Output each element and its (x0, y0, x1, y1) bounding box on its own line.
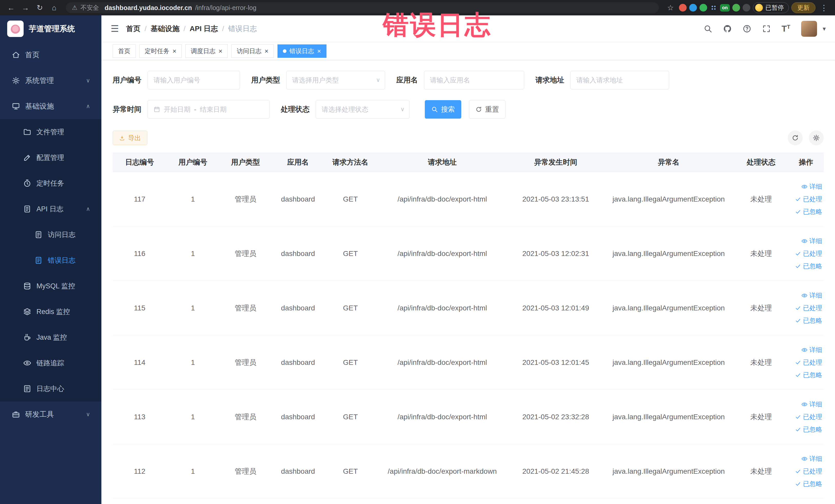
column-header: 异常名 (604, 157, 734, 167)
home-button[interactable]: ⌂ (48, 2, 60, 14)
user-avatar[interactable] (801, 21, 817, 37)
column-settings-button[interactable] (809, 130, 824, 145)
avatar-caret-icon[interactable]: ▾ (823, 25, 826, 32)
breadcrumb-infrastructure[interactable]: 基础设施 (151, 24, 179, 34)
mark-ignored-link[interactable]: 已忽略 (795, 480, 822, 488)
reload-button[interactable]: ↻ (34, 2, 46, 14)
request-url-input-field[interactable] (576, 76, 663, 84)
mark-ignored-link[interactable]: 已忽略 (795, 425, 822, 434)
detail-link[interactable]: 详细 (801, 291, 822, 300)
mark-ignored-link[interactable]: 已忽略 (795, 371, 822, 379)
date-range-picker[interactable]: 开始日期 - 结束日期 (148, 100, 269, 119)
mark-processed-link[interactable]: 已处理 (795, 412, 822, 421)
tab-close-icon[interactable]: × (172, 48, 176, 55)
sidebar-item-link-tracing[interactable]: 链路追踪 (0, 350, 101, 376)
browser-menu-icon[interactable]: ⋮ (818, 2, 830, 14)
tab-close-icon[interactable]: × (317, 48, 321, 55)
update-button[interactable]: 更新 (791, 2, 815, 13)
sidebar-toggle[interactable]: ☰ (110, 23, 119, 34)
column-header: 用户类型 (219, 157, 272, 167)
extensions-grid-icon[interactable] (710, 4, 717, 12)
fullscreen-icon[interactable] (762, 24, 771, 33)
mark-processed-link[interactable]: 已处理 (795, 249, 822, 258)
font-size-icon[interactable]: TT (781, 24, 790, 34)
tab-error-log[interactable]: 错误日志× (278, 44, 326, 58)
help-icon[interactable] (742, 24, 751, 33)
export-button[interactable]: 导出 (113, 131, 147, 145)
detail-link[interactable]: 详细 (801, 400, 822, 408)
request-url-input[interactable] (570, 71, 669, 89)
eye-icon (801, 293, 808, 299)
mark-processed-link[interactable]: 已处理 (795, 304, 822, 312)
detail-link[interactable]: 详细 (801, 346, 822, 354)
breadcrumb-home[interactable]: 首页 (126, 24, 140, 34)
app-name-input[interactable] (424, 71, 524, 89)
sidebar-item-file-management[interactable]: 文件管理 (0, 119, 101, 145)
detail-link[interactable]: 详细 (801, 455, 822, 463)
sidebar-item-infrastructure[interactable]: 基础设施∧ (0, 94, 101, 119)
user-type-select[interactable]: ∨ (286, 71, 385, 89)
extension-icon-5[interactable] (742, 4, 750, 12)
sidebar-item-dev-tools[interactable]: 研发工具∨ (0, 402, 101, 427)
tab-home[interactable]: 首页 (113, 44, 136, 58)
tab-close-icon[interactable]: × (264, 48, 268, 55)
sidebar-item-access-log[interactable]: 访问日志 (0, 222, 101, 247)
user-id-input-field[interactable] (154, 76, 234, 84)
sidebar-item-system-management[interactable]: 系统管理∨ (0, 68, 101, 94)
sidebar-item-config-management[interactable]: 配置管理 (0, 145, 101, 170)
cell-user-id: 1 (167, 195, 219, 203)
sidebar-item-mysql-monitor[interactable]: MySQL 监控 (0, 273, 101, 299)
mark-ignored-link[interactable]: 已忽略 (795, 207, 822, 216)
home-icon (12, 51, 20, 59)
column-header: 日志编号 (113, 157, 167, 167)
cell-exception-time: 2021-05-02 21:45:28 (508, 467, 604, 476)
mark-processed-link[interactable]: 已处理 (795, 195, 822, 203)
mark-ignored-link[interactable]: 已忽略 (795, 262, 822, 270)
mark-processed-link[interactable]: 已处理 (795, 467, 822, 476)
search-icon[interactable] (704, 24, 712, 33)
sidebar-item-log-center[interactable]: 日志中心 (0, 376, 101, 402)
detail-link[interactable]: 详细 (801, 182, 822, 191)
table-row: 1131管理员dashboardGET/api/infra/db-doc/exp… (113, 390, 824, 444)
breadcrumb-api-log[interactable]: API 日志 (190, 24, 218, 34)
sidebar-item-home[interactable]: 首页 (0, 42, 101, 68)
back-button[interactable]: ← (5, 2, 17, 14)
sidebar-item-java-monitor[interactable]: Java 监控 (0, 324, 101, 350)
action-label: 已处理 (803, 304, 822, 312)
sidebar-item-redis-monitor[interactable]: Redis 监控 (0, 299, 101, 324)
reset-button[interactable]: 重置 (469, 100, 505, 119)
user-id-input[interactable] (148, 71, 240, 89)
mark-processed-link[interactable]: 已处理 (795, 358, 822, 367)
extension-icon-1[interactable] (679, 4, 687, 12)
user-type-select-field[interactable] (292, 76, 371, 84)
forward-button[interactable]: → (20, 2, 31, 14)
sidebar-item-scheduled-tasks[interactable]: 定时任务 (0, 170, 101, 196)
bookmark-star-icon[interactable]: ☆ (665, 2, 676, 14)
extension-on-badge[interactable]: on (720, 4, 730, 12)
detail-link[interactable]: 详细 (801, 237, 822, 245)
sidebar-item-error-log[interactable]: 错误日志 (0, 247, 101, 273)
tab-access-log[interactable]: 访问日志× (231, 44, 273, 58)
github-icon[interactable] (723, 24, 732, 33)
sidebar-item-api-log[interactable]: API 日志∧ (0, 196, 101, 222)
cell-user-type: 管理员 (219, 358, 272, 367)
profile-chip[interactable]: 已暂停 (753, 2, 789, 13)
security-warning-icon: ⚠ (72, 4, 78, 11)
process-status-select-field[interactable] (322, 105, 396, 114)
filter-label: 用户编号 (113, 75, 141, 85)
address-bar[interactable]: ⚠ 不安全 dashboard.yudao.iocoder.cn/infra/l… (66, 2, 659, 13)
extension-icon-3[interactable] (699, 4, 707, 12)
tab-close-icon[interactable]: × (219, 48, 222, 55)
refresh-table-button[interactable] (788, 130, 803, 145)
mark-ignored-link[interactable]: 已忽略 (795, 316, 822, 325)
extension-icon-2[interactable] (689, 4, 697, 12)
sidebar-item-label: Java 监控 (37, 333, 90, 342)
app-logo-row[interactable]: 芋道管理系统 (0, 15, 101, 42)
app-name-input-field[interactable] (430, 76, 518, 84)
tab-schedule-log[interactable]: 调度日志× (185, 44, 228, 58)
eye-icon (801, 347, 808, 353)
search-button[interactable]: 搜索 (425, 100, 461, 119)
process-status-select[interactable]: ∨ (316, 100, 409, 119)
extension-icon-4[interactable] (732, 4, 740, 12)
tab-scheduled-tasks[interactable]: 定时任务× (139, 44, 182, 58)
